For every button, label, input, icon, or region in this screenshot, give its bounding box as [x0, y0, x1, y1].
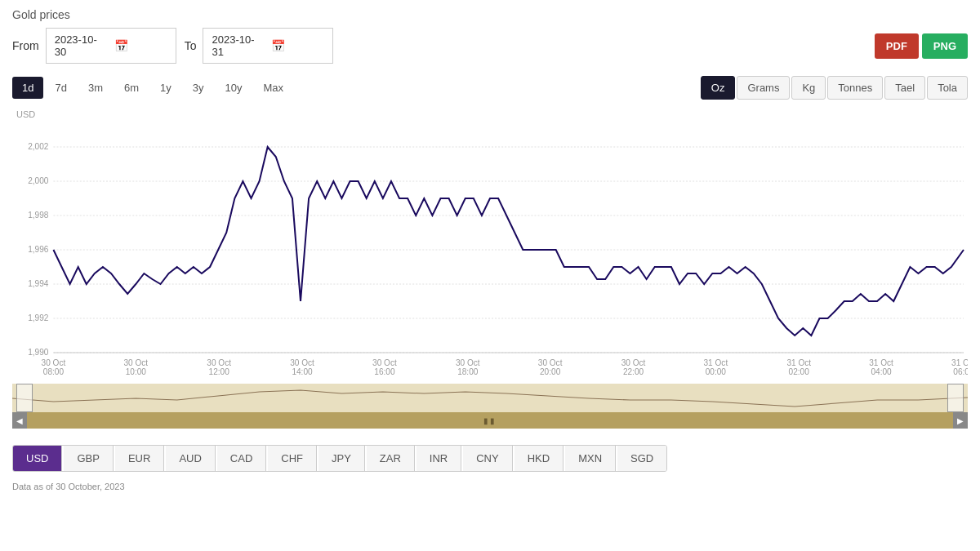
chart-wrapper: 2,002 2,000 1,998 1,996 1,994 1,992 1,99…: [12, 122, 968, 384]
unit-tab-tola[interactable]: Tola: [927, 76, 968, 100]
scroll-left-arrow[interactable]: ◀: [12, 412, 27, 429]
svg-text:16:00: 16:00: [374, 367, 395, 376]
png-button[interactable]: PNG: [922, 33, 968, 59]
currency-tab-aud[interactable]: AUD: [166, 446, 215, 471]
svg-text:1,992: 1,992: [28, 313, 49, 322]
currency-tab-mxn[interactable]: MXN: [565, 446, 616, 471]
svg-text:10:00: 10:00: [126, 367, 147, 376]
currency-tab-sgd[interactable]: SGD: [617, 446, 666, 471]
currency-tab-gbp[interactable]: GBP: [64, 446, 113, 471]
date-to-input[interactable]: 2023-10-31 📅: [203, 28, 333, 64]
time-tab-6m[interactable]: 6m: [114, 77, 149, 99]
minimap-area: ◀ ▮▮ ▶: [12, 384, 968, 429]
svg-text:2,000: 2,000: [28, 176, 49, 185]
top-bar: From 2023-10-30 📅 To 2023-10-31 📅 PDF PN…: [12, 28, 968, 64]
minimap-svg: [12, 384, 968, 412]
time-tab-3y[interactable]: 3y: [183, 77, 214, 99]
currency-tab-cny[interactable]: CNY: [463, 446, 512, 471]
minimap-right-handle[interactable]: [947, 384, 964, 412]
unit-tab-kg[interactable]: Kg: [791, 76, 826, 100]
currency-tabs: USDGBPEURAUDCADCHFJPYZARINRCNYHKDMXNSGD: [12, 445, 667, 472]
svg-text:30 Oct: 30 Oct: [456, 358, 480, 367]
svg-text:1,996: 1,996: [28, 245, 49, 254]
unit-tab-tael[interactable]: Tael: [884, 76, 925, 100]
svg-text:18:00: 18:00: [457, 367, 479, 376]
time-tab-10y[interactable]: 10y: [216, 77, 252, 99]
currency-tab-inr[interactable]: INR: [416, 446, 461, 471]
svg-text:02:00: 02:00: [789, 367, 810, 376]
svg-text:30 Oct: 30 Oct: [538, 358, 563, 367]
svg-text:30 Oct: 30 Oct: [290, 358, 314, 367]
time-tab-7d[interactable]: 7d: [45, 77, 76, 99]
svg-text:00:00: 00:00: [706, 367, 727, 376]
minimap-scrollbar[interactable]: ◀ ▮▮ ▶: [12, 412, 968, 429]
currency-tab-usd[interactable]: USD: [13, 446, 62, 471]
unit-tab-grams[interactable]: Grams: [737, 76, 790, 100]
unit-tab-tonnes[interactable]: Tonnes: [827, 76, 883, 100]
svg-text:20:00: 20:00: [540, 367, 561, 376]
time-tab-max[interactable]: Max: [254, 77, 294, 99]
currency-tab-hkd[interactable]: HKD: [514, 446, 564, 471]
svg-text:2,002: 2,002: [28, 142, 49, 151]
page-title: Gold prices: [12, 8, 968, 21]
data-note: Data as of 30 October, 2023: [12, 482, 968, 491]
chart-svg: 2,002 2,000 1,998 1,996 1,994 1,992 1,99…: [12, 122, 968, 384]
svg-text:04:00: 04:00: [871, 367, 892, 376]
scroll-grip[interactable]: ▮▮: [483, 416, 497, 425]
to-label: To: [185, 39, 197, 52]
currency-tab-zar[interactable]: ZAR: [367, 446, 415, 471]
price-line: [53, 147, 964, 335]
export-buttons: PDF PNG: [875, 33, 968, 59]
svg-text:1,994: 1,994: [28, 279, 49, 288]
svg-text:31 Oct: 31 Oct: [786, 358, 811, 367]
date-from-input[interactable]: 2023-10-30 📅: [46, 28, 176, 64]
svg-text:30 Oct: 30 Oct: [621, 358, 646, 367]
svg-text:12:00: 12:00: [209, 367, 230, 376]
pdf-button[interactable]: PDF: [875, 33, 919, 59]
minimap-left-handle[interactable]: [16, 384, 33, 412]
currency-tab-chf[interactable]: CHF: [268, 446, 317, 471]
chart-area: USD 2,002 2,000 1,998 1,996 1,994 1,992 …: [12, 109, 968, 384]
calendar-from-icon[interactable]: 📅: [114, 39, 167, 52]
date-from-value: 2023-10-30: [55, 33, 108, 58]
unit-tab-oz[interactable]: Oz: [701, 76, 736, 100]
svg-text:1,990: 1,990: [28, 348, 49, 357]
svg-text:31 Oct: 31 Oct: [704, 358, 728, 367]
time-tab-1y[interactable]: 1y: [150, 77, 181, 99]
svg-text:31 Oct: 31 Oct: [869, 358, 893, 367]
currency-tab-cad[interactable]: CAD: [217, 446, 266, 471]
svg-text:22:00: 22:00: [623, 367, 644, 376]
from-label: From: [12, 39, 39, 52]
time-tab-1d[interactable]: 1d: [12, 77, 43, 99]
svg-text:30 Oct: 30 Oct: [42, 358, 66, 367]
calendar-to-icon[interactable]: 📅: [271, 39, 324, 52]
svg-text:30 Oct: 30 Oct: [123, 358, 148, 367]
time-tab-3m[interactable]: 3m: [78, 77, 113, 99]
date-to-value: 2023-10-31: [212, 33, 265, 58]
svg-text:30 Oct: 30 Oct: [372, 358, 397, 367]
currency-tab-eur[interactable]: EUR: [115, 446, 164, 471]
controls-row: 1d7d3m6m1y3y10yMax OzGramsKgTonnesTaelTo…: [12, 76, 968, 100]
svg-text:14:00: 14:00: [292, 367, 313, 376]
svg-text:06:00: 06:00: [953, 367, 968, 376]
svg-text:31 Oct: 31 Oct: [951, 358, 968, 367]
date-from-field: From 2023-10-30 📅: [12, 28, 176, 64]
scroll-right-arrow[interactable]: ▶: [953, 412, 968, 429]
y-axis-label: USD: [16, 109, 968, 119]
minimap-bg: [12, 384, 968, 412]
date-to-field: To 2023-10-31 📅: [185, 28, 334, 64]
svg-text:08:00: 08:00: [43, 367, 65, 376]
svg-text:30 Oct: 30 Oct: [207, 358, 231, 367]
unit-tabs: OzGramsKgTonnesTaelTola: [701, 76, 968, 100]
time-tabs: 1d7d3m6m1y3y10yMax: [12, 77, 293, 99]
svg-text:1,998: 1,998: [28, 211, 49, 220]
currency-tab-jpy[interactable]: JPY: [318, 446, 365, 471]
